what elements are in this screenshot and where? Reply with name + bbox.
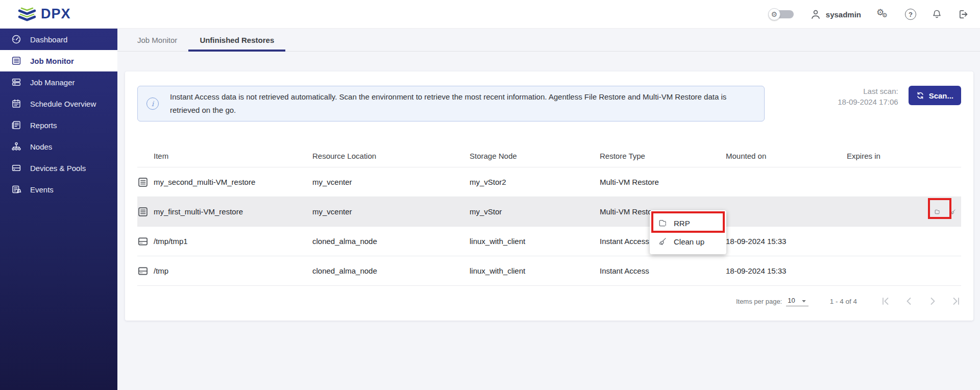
user-menu[interactable]: sysadmin [810,9,861,20]
row-context-menu: RRPClean up [650,210,726,254]
unfinished-restores-panel: i Instant Access data is not retrieved a… [125,71,973,321]
table-header-row: ItemResource LocationStorage NodeRestore… [137,145,961,167]
job-manager-icon [11,77,21,87]
user-icon [810,9,821,20]
refresh-icon [916,91,924,100]
context-menu-item-clean-up[interactable]: Clean up [650,232,726,251]
logout-icon[interactable] [958,9,969,20]
list-icon [137,177,149,188]
scan-button-label: Scan... [929,91,953,100]
unfinished-restores-table: ItemResource LocationStorage NodeRestore… [137,145,961,286]
tab-unfinished-restores[interactable]: Unfinished Restores [188,29,285,51]
next-page-icon[interactable] [927,296,938,306]
help-icon[interactable]: ? [905,9,916,20]
cell-item: /tmp [154,266,312,275]
server-icon [137,265,149,277]
sidebar-item-events[interactable]: Events [0,179,117,200]
cell-item: /tmp/tmp1 [154,237,312,246]
row-actions [934,206,961,217]
cell-resource-location: my_vcenter [312,207,470,216]
broom-icon [658,237,667,246]
sidebar-item-label: Dashboard [30,35,67,44]
cell-item: my_second_multi-VM_restore [154,178,312,186]
column-header-expires-in: Expires in [847,152,934,160]
cell-resource-location: my_vcenter [312,178,470,186]
sidebar-item-label: Job Monitor [30,57,74,65]
table-row[interactable]: /tmp/tmp1cloned_alma_nodelinux_with_clie… [137,227,961,256]
top-bar: DPX ⚙ sysadmin ⚙⚙ ? [0,0,980,29]
last-page-icon[interactable] [951,296,961,306]
reports-icon [11,120,21,130]
scan-button[interactable]: Scan... [909,86,961,105]
username-label: sysadmin [826,10,861,19]
list-icon [137,206,149,217]
services-icon[interactable]: ⚙⚙ [876,8,890,20]
cell-mounted-on: 18-09-2024 15:33 [726,237,847,246]
info-banner: i Instant Access data is not retrieved a… [137,86,765,121]
sidebar-item-schedule-overview[interactable]: Schedule Overview [0,93,117,114]
info-banner-text: Instant Access data is not retrieved aut… [170,90,744,117]
cell-storage-node: my_vStor2 [470,178,600,186]
notifications-bell-icon[interactable] [932,9,942,20]
items-per-page-label: Items per page: [736,298,782,305]
last-scan-info: Last scan: 18-09-2024 17:06 [838,86,898,107]
schedule-icon [11,99,21,109]
column-header-restore-type: Restore Type [600,152,726,160]
dpx-layers-icon [17,6,37,23]
folder-icon [934,206,940,217]
chevron-down-icon [800,298,807,305]
sidebar: DashboardJob MonitorJob ManagerSchedule … [0,29,117,390]
sidebar-item-job-manager[interactable]: Job Manager [0,71,117,93]
cell-storage-node: my_vStor [470,207,600,216]
previous-page-icon[interactable] [904,296,914,306]
cell-mounted-on: 18-09-2024 15:33 [726,266,847,275]
tab-job-monitor[interactable]: Job Monitor [126,29,188,51]
dpx-logo: DPX [17,6,71,23]
sidebar-item-label: Nodes [30,142,52,151]
sidebar-item-nodes[interactable]: Nodes [0,136,117,157]
table-row[interactable]: my_second_multi-VM_restoremy_vcentermy_v… [137,167,961,197]
clean-up-button[interactable] [950,206,956,217]
context-menu-item-label: RRP [674,219,690,228]
sidebar-item-label: Reports [30,121,57,130]
sidebar-item-label: Events [30,185,54,194]
folder-icon [658,218,667,228]
tab-bar: Job Monitor Unfinished Restores [117,29,980,52]
rrp-folder-button[interactable] [934,206,940,217]
column-header-item: Item [154,152,312,160]
dashboard-icon [11,34,21,44]
column-header-resource-location: Resource Location [312,152,470,160]
items-per-page-select[interactable]: 10 [786,297,808,306]
pagination-range: 1 - 4 of 4 [830,298,857,305]
main-area: Job Monitor Unfinished Restores i Instan… [117,29,980,390]
column-header-storage-node: Storage Node [470,152,600,160]
server-icon [137,236,149,247]
table-row[interactable]: my_first_multi-VM_restoremy_vcentermy_vS… [137,197,961,227]
last-scan-value: 18-09-2024 17:06 [838,96,898,107]
column-header-mounted-on: Mounted on [726,152,847,160]
events-icon [11,184,21,194]
settings-toggle[interactable]: ⚙ [768,9,795,20]
job-monitor-icon [11,56,21,66]
cell-resource-location: cloned_alma_node [312,237,470,246]
context-menu-item-label: Clean up [674,237,704,246]
sidebar-item-label: Schedule Overview [30,100,96,108]
cell-storage-node: linux_with_client [470,237,600,246]
sidebar-item-dashboard[interactable]: Dashboard [0,29,117,50]
info-icon: i [146,98,159,110]
last-scan-label: Last scan: [838,86,898,96]
devices-icon [11,163,21,173]
cell-restore-type: Instant Access [600,266,726,275]
context-menu-item-rrp[interactable]: RRP [650,214,726,232]
sidebar-item-job-monitor[interactable]: Job Monitor [0,50,117,71]
app-title: DPX [41,6,71,22]
cell-resource-location: cloned_alma_node [312,266,470,275]
pagination-bar: Items per page: 10 1 - 4 of 4 [137,282,961,321]
first-page-icon[interactable] [880,296,891,306]
sidebar-item-label: Devices & Pools [30,164,86,173]
cell-storage-node: linux_with_client [470,266,600,275]
sidebar-item-devices-pools[interactable]: Devices & Pools [0,157,117,179]
sidebar-item-reports[interactable]: Reports [0,114,117,136]
broom-icon [950,206,956,217]
cell-restore-type: Multi-VM Restore [600,178,726,186]
